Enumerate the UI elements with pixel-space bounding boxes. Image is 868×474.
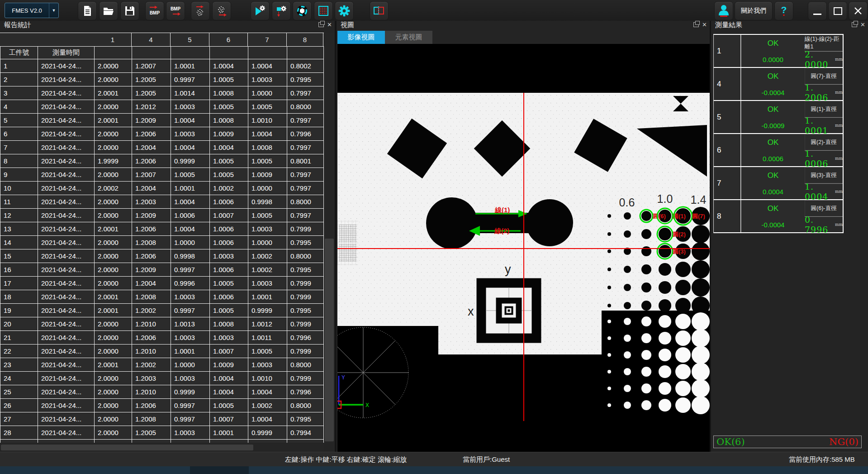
table-row[interactable]: 292021-04-24...2.00011.20041.00041.00041…	[0, 440, 324, 443]
table-row[interactable]: 142021-04-24...2.00001.20081.00001.00061…	[0, 236, 324, 249]
table-cell: 2021-04-24...	[38, 345, 95, 358]
result-unit: mm	[835, 123, 843, 128]
app-version-dropdown[interactable]: FMES V2.0 ▼	[5, 3, 59, 18]
table-cell: 0.7997	[287, 141, 324, 154]
camera-image-viewport[interactable]: 線(1) 線(2) 0.6 1.0 1.4 圓(6)圓(1)圓(7)圓(2)圓(…	[337, 44, 710, 452]
calib-dot	[675, 314, 691, 329]
run-measure-icon	[254, 5, 266, 17]
table-cell: 0.7999	[287, 277, 324, 290]
table-cell: 1.0003	[210, 249, 248, 263]
float-panel-icon[interactable]	[693, 22, 699, 27]
table-row[interactable]: 32021-04-24...2.00011.20051.00141.00081.…	[0, 86, 324, 100]
table-row[interactable]: 52021-04-24...2.00011.20091.00041.00081.…	[0, 114, 324, 127]
result-unit: mm	[835, 189, 843, 194]
result-row[interactable]: 6圓(2)-直徑OK0.00061. 0006mm	[714, 134, 843, 167]
table-row[interactable]: 262021-04-24...2.00001.20060.99971.00051…	[0, 399, 324, 412]
table-row[interactable]: 82021-04-24...1.99991.20060.99991.00051.…	[0, 154, 324, 168]
table-row[interactable]: 172021-04-24...2.00001.20040.99961.00051…	[0, 277, 324, 290]
table-row[interactable]: 202021-04-24...2.00001.20101.00131.00081…	[0, 317, 324, 331]
settings-button[interactable]	[335, 1, 354, 20]
close-panel-icon[interactable]: ✕	[702, 23, 707, 27]
table-cell: 19	[0, 304, 38, 317]
table-cell: 0.7996	[287, 385, 324, 398]
result-row[interactable]: 7圓(3)-直徑OK0.00041. 0004mm	[714, 167, 843, 200]
float-panel-icon[interactable]	[852, 22, 857, 27]
table-row[interactable]: 72021-04-24...2.00001.20041.00041.00041.…	[0, 141, 324, 154]
calib-dot	[692, 346, 710, 364]
save-button[interactable]	[120, 1, 139, 20]
calib-dot	[607, 249, 611, 253]
table-cell: 1.0004	[171, 440, 210, 443]
calib-dot	[607, 286, 611, 289]
camera-aperture-button[interactable]	[293, 1, 312, 20]
table-row[interactable]: 92021-04-24...2.00001.20071.00051.00051.…	[0, 168, 324, 182]
float-panel-icon[interactable]	[318, 22, 324, 27]
table-row[interactable]: 152021-04-24...2.00001.20060.99981.00031…	[0, 249, 324, 263]
export-bmp-button[interactable]: BMP	[166, 1, 185, 20]
table-cell: 1.2006	[132, 127, 171, 140]
table-cell: 2021-04-24...	[38, 114, 95, 127]
table-row[interactable]: 42021-04-24...2.00001.20121.00031.00051.…	[0, 100, 324, 114]
user-button[interactable]	[714, 1, 733, 20]
table-cell: 1.0004	[210, 440, 248, 443]
table-row[interactable]: 192021-04-24...2.00011.20020.99971.00050…	[0, 304, 324, 317]
maximize-button[interactable]	[828, 1, 847, 20]
table-row[interactable]: 232021-04-24...2.00011.20021.00001.00091…	[0, 358, 324, 372]
table-row[interactable]: 62021-04-24...2.00001.20061.00031.00091.…	[0, 127, 324, 141]
table-cell: 0.7995	[287, 263, 324, 276]
about-button[interactable]: 關於我們	[735, 1, 773, 20]
table-row[interactable]: 182021-04-24...2.00011.20081.00031.00061…	[0, 290, 324, 304]
result-row[interactable]: 4圓(7)-直徑OK-0.00041. 2006mm	[714, 68, 843, 101]
table-row[interactable]: 252021-04-24...2.00001.20100.99991.00041…	[0, 385, 324, 399]
table-cell: 1.0005	[210, 399, 248, 412]
table-row[interactable]: 22021-04-24...2.00001.20050.99971.00051.…	[0, 73, 324, 86]
results-panel-dock: ✕	[852, 22, 865, 27]
single-run-button[interactable]	[272, 1, 291, 20]
table-cell: 0.7997	[287, 209, 324, 222]
new-file-button[interactable]	[78, 1, 97, 20]
table-row[interactable]: 222021-04-24...2.00001.20101.00011.00071…	[0, 345, 324, 358]
export-pointcloud-button[interactable]	[212, 1, 231, 20]
table-cell: 1.2003	[132, 372, 171, 385]
table-cell: 1.0003	[248, 440, 287, 443]
table-cell: 1.0004	[248, 59, 287, 72]
close-panel-icon[interactable]: ✕	[860, 23, 865, 27]
help-button[interactable]: ?	[774, 1, 793, 20]
close-button[interactable]	[849, 1, 868, 20]
table-row[interactable]: 272021-04-24...2.00001.20080.99971.00071…	[0, 412, 324, 426]
table-row[interactable]: 122021-04-24...2.00001.20091.00061.00071…	[0, 209, 324, 222]
calib-dot	[624, 318, 631, 325]
import-pointcloud-button[interactable]	[191, 1, 210, 20]
calibration-grid-button[interactable]	[314, 1, 333, 20]
result-status-text: OK	[741, 101, 805, 118]
result-value: 1. 0004mm	[805, 184, 843, 199]
result-row[interactable]: 5圓(1)-直徑OK-0.00091. 0001mm	[714, 101, 843, 134]
table-cell: 16	[0, 263, 38, 276]
minimize-button[interactable]	[808, 1, 827, 20]
table-row[interactable]: 282021-04-24...2.00001.20051.00031.00010…	[0, 426, 324, 440]
split-view-button[interactable]	[370, 1, 389, 20]
tab-image-view[interactable]: 影像視圖	[337, 31, 385, 44]
result-index: 4	[714, 68, 741, 100]
report-horizontal-scrollbar[interactable]	[0, 444, 324, 451]
table-row[interactable]: 212021-04-24...2.00001.20061.00031.00031…	[0, 331, 324, 345]
table-row[interactable]: 132021-04-24...2.00011.20061.00041.00061…	[0, 222, 324, 236]
result-row[interactable]: 8圓(6)-直徑OK-0.00040. 7996mm	[714, 200, 843, 233]
result-row[interactable]: 1線(1)-線(2)-距離1OK0.00002. 0000mm	[714, 35, 843, 68]
run-measure-button[interactable]	[251, 1, 270, 20]
table-cell: 2.0000	[95, 426, 132, 439]
open-file-button[interactable]	[99, 1, 118, 20]
table-row[interactable]: 112021-04-24...2.00001.20031.00041.00060…	[0, 195, 324, 209]
import-bmp-button[interactable]: BMP	[145, 1, 164, 20]
table-cell: 1.0004	[210, 59, 248, 72]
table-row[interactable]: 102021-04-24...2.00021.20041.00011.00021…	[0, 182, 324, 195]
close-icon	[854, 7, 862, 15]
table-row[interactable]: 162021-04-24...2.00001.20090.99971.00061…	[0, 263, 324, 277]
close-panel-icon[interactable]: ✕	[327, 23, 332, 27]
help-icon: ?	[778, 5, 790, 17]
tab-element-view[interactable]: 元素視圖	[385, 31, 432, 44]
table-row[interactable]: 12021-04-24...2.00001.20071.00011.00041.…	[0, 59, 324, 73]
table-row[interactable]: 242021-04-24...2.00001.20031.00031.00041…	[0, 372, 324, 385]
report-vertical-scrollbar[interactable]	[324, 33, 335, 443]
table-cell: 1.2010	[132, 317, 171, 330]
